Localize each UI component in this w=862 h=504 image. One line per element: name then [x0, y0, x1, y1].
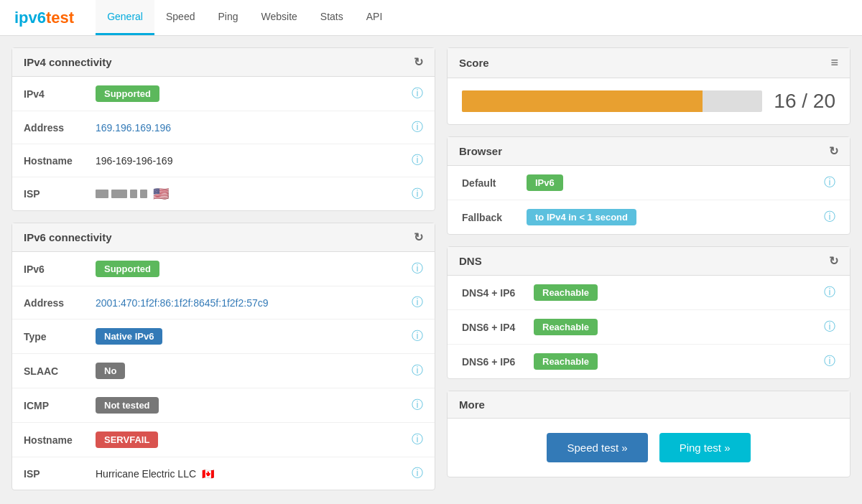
ipv6-label-isp: ISP	[24, 468, 96, 480]
ipv6-value-address: 2001:470:1f2f:86:1f2f:8645f:1f2f2:57c9	[96, 297, 412, 309]
browser-card-header: Browser ↻	[448, 137, 850, 166]
ipv6-help-icon-isp[interactable]: ⓘ	[412, 466, 423, 481]
ipv6-row-address: Address 2001:470:1f2f:86:1f2f:8645f:1f2f…	[12, 286, 435, 319]
dns-refresh-icon[interactable]: ↻	[829, 254, 838, 268]
ipv4-row-ipv4: IPv4 Supported ⓘ	[12, 77, 435, 111]
ipv6-help-icon-type[interactable]: ⓘ	[412, 329, 423, 344]
dns-help-icon-dns4ip6[interactable]: ⓘ	[824, 285, 835, 300]
ipv6-label-address: Address	[24, 297, 96, 309]
ipv6-value-ipv6: Supported	[96, 261, 412, 277]
score-card-header: Score ≡	[448, 48, 850, 78]
logo: ipv6 test	[14, 9, 74, 27]
speed-test-button[interactable]: Speed test »	[547, 433, 647, 462]
browser-default-badge: IPv6	[527, 174, 563, 191]
ipv6-supported-badge: Supported	[96, 261, 159, 277]
score-bar-track	[462, 90, 762, 112]
dns6ip6-badge: Reachable	[534, 353, 598, 370]
logo-test: test	[46, 9, 74, 27]
ipv6-help-icon-slaac[interactable]: ⓘ	[412, 363, 423, 378]
score-bar-container: 16 / 20	[448, 78, 850, 124]
browser-help-icon-fallback[interactable]: ⓘ	[824, 210, 835, 225]
ipv6-row-slaac: SLAAC No ⓘ	[12, 354, 435, 388]
ipv6-isp-value: Hurricane Electric LLC 🇨🇦	[96, 468, 412, 480]
ipv6-hostname-badge: SERVFAIL	[96, 431, 158, 448]
ipv6-label-slaac: SLAAC	[24, 365, 96, 377]
nav-api[interactable]: API	[355, 0, 394, 35]
dns-row-dns6ip4: DNS6 + IP4 Reachable ⓘ	[448, 310, 850, 345]
ipv4-row-isp: ISP 🇺🇸 ⓘ	[12, 177, 435, 210]
ipv4-value-hostname: 196-169-196-169	[96, 155, 412, 167]
ipv6-help-icon-hostname[interactable]: ⓘ	[412, 432, 423, 447]
more-card: More Speed test » Ping test »	[447, 391, 851, 477]
browser-row-default: Default IPv6 ⓘ	[448, 166, 850, 200]
dns-value-dns6ip6: Reachable	[534, 353, 824, 370]
browser-help-icon-default[interactable]: ⓘ	[824, 175, 835, 190]
score-bar-row: 16 / 20	[462, 90, 835, 113]
ipv6-row-isp: ISP Hurricane Electric LLC 🇨🇦 ⓘ	[12, 457, 435, 490]
dns-card-body: DNS4 + IP6 Reachable ⓘ DNS6 + IP4 Reacha…	[448, 276, 850, 378]
ipv6-row-icmp: ICMP Not tested ⓘ	[12, 388, 435, 423]
score-menu-icon[interactable]: ≡	[830, 55, 838, 70]
nav-speed[interactable]: Speed	[154, 0, 206, 35]
ipv6-isp-flag: 🇨🇦	[202, 468, 214, 480]
browser-card: Browser ↻ Default IPv6 ⓘ Fallback to IPv…	[447, 136, 851, 235]
ipv6-refresh-icon[interactable]: ↻	[414, 230, 423, 244]
dns-label-dns4ip6: DNS4 + IP6	[462, 287, 534, 299]
browser-row-fallback: Fallback to IPv4 in < 1 second ⓘ	[448, 200, 850, 234]
score-card: Score ≡ 16 / 20	[447, 47, 851, 125]
ipv6-help-icon-icmp[interactable]: ⓘ	[412, 398, 423, 413]
dns-row-dns6ip6: DNS6 + IP6 Reachable ⓘ	[448, 345, 850, 378]
isp-icon-3	[130, 190, 137, 198]
ipv6-value-icmp: Not tested	[96, 397, 412, 414]
ipv6-type-badge: Native IPv6	[96, 328, 162, 345]
ipv6-value-slaac: No	[96, 363, 412, 379]
more-card-header: More	[448, 391, 850, 419]
nav-ping[interactable]: Ping	[206, 0, 249, 35]
ipv6-value-type: Native IPv6	[96, 328, 412, 345]
isp-icon-4	[140, 190, 147, 198]
ipv4-help-icon-address[interactable]: ⓘ	[412, 120, 423, 135]
ipv4-isp-icons: 🇺🇸	[96, 186, 412, 202]
main-content: IPv4 connectivity ↻ IPv4 Supported ⓘ Add…	[0, 36, 862, 502]
ipv4-help-icon-ipv4[interactable]: ⓘ	[412, 86, 423, 101]
nav-stats[interactable]: Stats	[309, 0, 355, 35]
header: ipv6 test General Speed Ping Website Sta…	[0, 0, 862, 36]
ipv4-refresh-icon[interactable]: ↻	[414, 55, 423, 69]
dns-card-header: DNS ↻	[448, 247, 850, 276]
ipv6-row-hostname: Hostname SERVFAIL ⓘ	[12, 423, 435, 457]
dns-label-dns6ip6: DNS6 + IP6	[462, 356, 534, 368]
ipv4-help-icon-hostname[interactable]: ⓘ	[412, 153, 423, 168]
ipv6-help-icon-address[interactable]: ⓘ	[412, 295, 423, 310]
more-card-title: More	[459, 398, 485, 411]
browser-refresh-icon[interactable]: ↻	[829, 144, 838, 158]
nav-website[interactable]: Website	[249, 0, 308, 35]
nav: General Speed Ping Website Stats API	[96, 0, 394, 35]
ipv6-help-icon-ipv6[interactable]: ⓘ	[412, 261, 423, 276]
isp-icon-1	[96, 190, 108, 198]
score-bar-fill	[462, 90, 703, 112]
ipv4-card: IPv4 connectivity ↻ IPv4 Supported ⓘ Add…	[11, 47, 435, 211]
browser-card-body: Default IPv6 ⓘ Fallback to IPv4 in < 1 s…	[448, 166, 850, 234]
ping-test-button[interactable]: Ping test »	[659, 433, 751, 462]
nav-general[interactable]: General	[96, 0, 154, 35]
dns-label-dns6ip4: DNS6 + IP4	[462, 322, 534, 333]
ipv6-card-title: IPv6 connectivity	[24, 231, 112, 243]
browser-label-default: Default	[462, 177, 527, 189]
ipv6-isp-text: Hurricane Electric LLC	[96, 468, 196, 480]
dns-help-icon-dns6ip4[interactable]: ⓘ	[824, 319, 835, 335]
ipv6-address-link[interactable]: 2001:470:1f2f:86:1f2f:8645f:1f2f2:57c9	[96, 297, 269, 309]
dns-help-icon-dns6ip6[interactable]: ⓘ	[824, 354, 835, 369]
ipv4-value-isp: 🇺🇸	[96, 186, 412, 202]
logo-ipv6: ipv6	[14, 9, 46, 27]
ipv6-card-header: IPv6 connectivity ↻	[12, 223, 435, 252]
dns-card: DNS ↻ DNS4 + IP6 Reachable ⓘ DNS6 + IP4 …	[447, 246, 851, 379]
dns-value-dns4ip6: Reachable	[534, 284, 824, 301]
ipv6-row-ipv6: IPv6 Supported ⓘ	[12, 252, 435, 286]
ipv4-help-icon-isp[interactable]: ⓘ	[412, 187, 423, 202]
isp-icon-2	[111, 190, 127, 198]
ipv4-address-link[interactable]: 169.196.169.196	[96, 122, 171, 134]
ipv6-row-type: Type Native IPv6 ⓘ	[12, 319, 435, 354]
dns4ip6-badge: Reachable	[534, 284, 598, 301]
ipv6-icmp-badge: Not tested	[96, 397, 159, 414]
ipv6-label-hostname: Hostname	[24, 434, 96, 446]
